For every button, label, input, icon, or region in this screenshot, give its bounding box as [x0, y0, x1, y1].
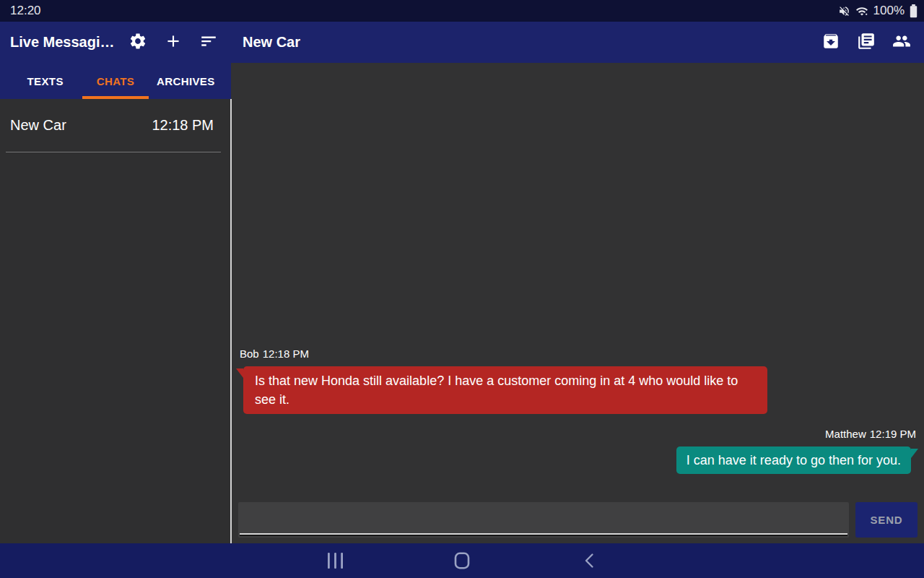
templates-icon — [857, 32, 876, 53]
contacts-icon — [892, 32, 911, 53]
tab-chats-label: CHATS — [97, 75, 135, 87]
message-time: 12:18 PM — [263, 348, 309, 361]
sort-icon — [199, 32, 218, 53]
home-button[interactable] — [439, 543, 485, 578]
message-input[interactable] — [238, 502, 849, 538]
tab-bar: TEXTS CHATS ARCHIVES — [0, 63, 231, 99]
recents-icon — [328, 553, 343, 569]
back-icon — [584, 553, 594, 569]
chat-panel: Bob 12:18 PM Is that new Honda still ava… — [232, 63, 924, 543]
send-button[interactable]: SEND — [855, 502, 918, 538]
sort-button[interactable] — [191, 22, 226, 63]
battery-percent: 100% — [873, 4, 905, 18]
message-list: Bob 12:18 PM Is that new Honda still ava… — [238, 348, 918, 474]
conversation-list: New Car 12:18 PM — [0, 99, 230, 543]
archive-button[interactable] — [813, 22, 848, 63]
message-sender: Matthew — [825, 428, 866, 441]
volume-muted-icon — [838, 5, 850, 17]
outgoing-bubble: I can have it ready to go then for you. — [676, 447, 911, 474]
message-meta: Bob 12:18 PM — [240, 348, 309, 361]
conversation-time: 12:18 PM — [152, 117, 214, 134]
new-conversation-button[interactable] — [155, 22, 191, 63]
conversation-list-item[interactable]: New Car 12:18 PM — [0, 99, 230, 152]
settings-button[interactable] — [120, 22, 155, 63]
tab-archives-label: ARCHIVES — [157, 75, 215, 87]
message-incoming: Bob 12:18 PM Is that new Honda still ava… — [238, 348, 918, 414]
tab-texts-label: TEXTS — [27, 75, 63, 87]
tab-archives[interactable]: ARCHIVES — [151, 63, 221, 99]
archive-icon — [821, 32, 840, 53]
add-icon — [164, 32, 183, 53]
send-button-label: SEND — [871, 514, 903, 526]
message-meta: Matthew 12:19 PM — [825, 428, 916, 441]
home-icon — [453, 552, 471, 569]
message-text: I can have it ready to go then for you. — [687, 453, 901, 467]
message-time: 12:19 PM — [870, 428, 916, 441]
back-button[interactable] — [566, 543, 612, 578]
wifi-icon — [855, 5, 868, 17]
conversation-name: New Car — [10, 117, 66, 134]
status-icons: 100% — [838, 4, 918, 18]
battery-icon — [910, 4, 918, 18]
incoming-bubble: Is that new Honda still available? I hav… — [243, 366, 767, 414]
app-bar-right-actions — [813, 22, 919, 63]
app-bar-chat-section: New Car — [231, 22, 924, 63]
messaging-app-screen: 12:20 100% Live Messagi… — [0, 0, 924, 578]
message-outgoing: Matthew 12:19 PM I can have it ready to … — [238, 428, 918, 474]
tab-chats[interactable]: CHATS — [80, 63, 150, 99]
message-sender: Bob — [240, 348, 259, 361]
app-title: Live Messagi… — [10, 34, 120, 51]
recents-button[interactable] — [312, 543, 358, 578]
message-text: Is that new Honda still available? I hav… — [255, 374, 738, 407]
app-bar-left: Live Messagi… — [0, 22, 231, 63]
settings-icon — [128, 32, 147, 53]
message-input-wrap — [238, 502, 849, 538]
templates-button[interactable] — [848, 22, 884, 63]
status-bar: 12:20 100% — [0, 0, 924, 22]
message-composer: SEND — [238, 502, 918, 538]
status-time: 12:20 — [10, 4, 41, 18]
app-bar: Live Messagi… New Car — [0, 22, 924, 63]
list-divider — [6, 152, 221, 152]
tab-texts[interactable]: TEXTS — [10, 63, 80, 99]
chat-title: New Car — [243, 34, 300, 51]
contacts-button[interactable] — [884, 22, 919, 63]
system-nav-bar — [0, 543, 924, 578]
